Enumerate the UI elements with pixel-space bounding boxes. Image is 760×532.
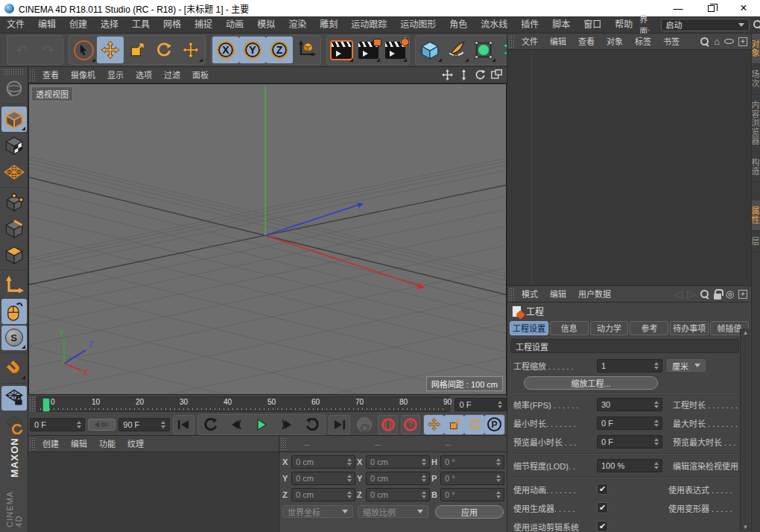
snap-settings-button[interactable]: S [1, 326, 27, 350]
side-tab-attributes[interactable]: 属性 [752, 200, 760, 231]
coordinates-drag-handle[interactable] [280, 437, 287, 450]
goto-start-button[interactable] [173, 415, 194, 434]
scale-tool-button[interactable] [124, 37, 151, 63]
texture-mode-button[interactable] [1, 133, 27, 158]
align-workplane-button[interactable] [1, 412, 27, 437]
path-filter-icon[interactable] [724, 39, 734, 44]
spinner-icon[interactable] [346, 457, 352, 467]
spinner-icon[interactable] [75, 419, 82, 430]
autokey-button[interactable]: ( ) [378, 415, 397, 434]
menu-select[interactable]: 选择 [94, 16, 125, 34]
add-icon[interactable]: + [738, 37, 747, 46]
workplane-mode-button[interactable] [1, 159, 27, 184]
view-label[interactable]: 透视视图 [31, 86, 73, 101]
tab-todo[interactable]: 待办事项 [670, 321, 709, 335]
spinner-icon[interactable] [653, 460, 659, 471]
render-view-button[interactable] [328, 37, 355, 63]
interface-dropdown[interactable]: 启动 [661, 19, 750, 31]
vp-menu-options[interactable]: 选项 [130, 67, 158, 83]
make-editable-button[interactable] [1, 77, 27, 101]
object-list-area[interactable] [507, 50, 751, 285]
am-menu-mode[interactable]: 模式 [516, 286, 544, 303]
record-key-button[interactable] [353, 415, 375, 434]
lock-icon[interactable] [714, 294, 721, 300]
spinner-icon[interactable] [495, 490, 501, 500]
history-back-icon[interactable]: ◁ [674, 288, 683, 301]
viewport-drag-handle[interactable] [29, 69, 36, 81]
add-primitive-button[interactable] [417, 37, 443, 63]
vp-menu-display[interactable]: 显示 [101, 67, 130, 83]
rot-b-field[interactable]: 0 ° [440, 488, 504, 501]
undo-button[interactable]: ↶ [8, 37, 35, 63]
rot-p-field[interactable]: 0 ° [440, 472, 504, 485]
timeline-drag-handle[interactable] [29, 396, 36, 412]
next-frame-button[interactable] [274, 415, 300, 434]
focus-icon[interactable]: ◎ [726, 288, 734, 300]
pan-view-icon[interactable] [442, 69, 453, 80]
menu-plugins[interactable]: 插件 [514, 16, 545, 34]
menu-motion-tracker[interactable]: 运动跟踪 [344, 16, 393, 34]
spinner-icon[interactable] [346, 473, 352, 484]
menu-animate[interactable]: 动画 [219, 16, 250, 34]
model-mode-button[interactable] [1, 107, 27, 131]
points-mode-button[interactable] [1, 190, 27, 215]
side-tab-objects[interactable]: 对象 [752, 34, 760, 64]
om-menu-view[interactable]: 查看 [572, 34, 601, 50]
om-menu-edit[interactable]: 编辑 [544, 34, 572, 50]
lock-y-axis-button[interactable]: Y [239, 37, 266, 63]
timeline-playhead[interactable] [42, 398, 50, 412]
am-menu-userdata[interactable]: 用户数据 [572, 286, 617, 303]
help-button[interactable]: ? [401, 415, 420, 434]
keyframe-rotation-button[interactable] [464, 415, 484, 434]
rotate-tool-button[interactable] [151, 37, 177, 63]
pos-y-field[interactable]: 0 cm [291, 472, 355, 485]
fps-field[interactable]: 30 [597, 398, 662, 411]
om-menu-objects[interactable]: 对象 [601, 34, 629, 50]
spinner-icon[interactable] [160, 419, 167, 430]
vp-menu-filter[interactable]: 过滤 [158, 67, 186, 83]
attribute-drag-handle[interactable] [508, 288, 515, 300]
scale-project-button[interactable]: 缩放工程... [524, 376, 658, 390]
render-settings-button[interactable] [381, 37, 408, 63]
move-tool-button[interactable] [97, 37, 124, 63]
live-selection-tool-button[interactable] [70, 37, 97, 63]
om-menu-bookmarks[interactable]: 书签 [657, 34, 685, 50]
menu-mesh[interactable]: 网格 [156, 16, 188, 34]
material-list-area[interactable] [28, 452, 279, 532]
vp-menu-view[interactable]: 查看 [37, 67, 65, 83]
menu-pipeline[interactable]: 流水线 [474, 16, 514, 34]
menu-render[interactable]: 渲染 [282, 16, 313, 34]
preview-min-field[interactable]: 0 F [597, 435, 662, 449]
spinner-icon[interactable] [653, 399, 659, 410]
scale-mode-dropdown[interactable]: 缩放比例 [358, 505, 428, 518]
mat-menu-edit[interactable]: 编辑 [65, 436, 93, 452]
menu-script[interactable]: 脚本 [545, 16, 577, 34]
pos-z-field[interactable]: 0 cm [291, 488, 355, 501]
object-manager-drag-handle[interactable] [508, 35, 515, 48]
om-menu-file[interactable]: 文件 [516, 34, 544, 50]
use-animation-checkbox[interactable]: ✔ [597, 484, 608, 495]
side-tab-takes[interactable]: 场次 [752, 64, 760, 95]
keyframe-parameter-button[interactable]: P [484, 415, 504, 434]
menu-mograph[interactable]: 运动图形 [393, 16, 443, 34]
spinner-icon[interactable] [420, 457, 427, 467]
search-icon[interactable] [700, 37, 709, 46]
vp-menu-camera[interactable]: 摄像机 [65, 67, 101, 83]
spinner-icon[interactable] [346, 490, 352, 500]
rotate-view-icon[interactable] [475, 69, 486, 80]
edges-mode-button[interactable] [1, 216, 27, 241]
goto-end-button[interactable] [329, 415, 350, 434]
lock-z-axis-button[interactable]: Z [266, 37, 293, 63]
menu-character[interactable]: 角色 [443, 16, 474, 34]
project-scale-field[interactable]: 1 [597, 359, 662, 373]
home-icon[interactable]: ⌂ [714, 36, 720, 47]
coordinate-system-button[interactable] [293, 37, 320, 63]
viewport-tweak-button[interactable] [1, 299, 27, 323]
side-tab-content-browser[interactable]: 内容浏览器 [752, 95, 760, 152]
polygons-mode-button[interactable] [1, 242, 27, 267]
scroll-down-icon[interactable]: ▼ [743, 524, 749, 531]
lock-x-axis-button[interactable]: X [212, 37, 239, 63]
coordinate-space-dropdown[interactable]: 世界坐标 [282, 505, 353, 518]
size-y-field[interactable]: 0 cm [366, 472, 430, 485]
spinner-icon[interactable] [653, 437, 659, 447]
